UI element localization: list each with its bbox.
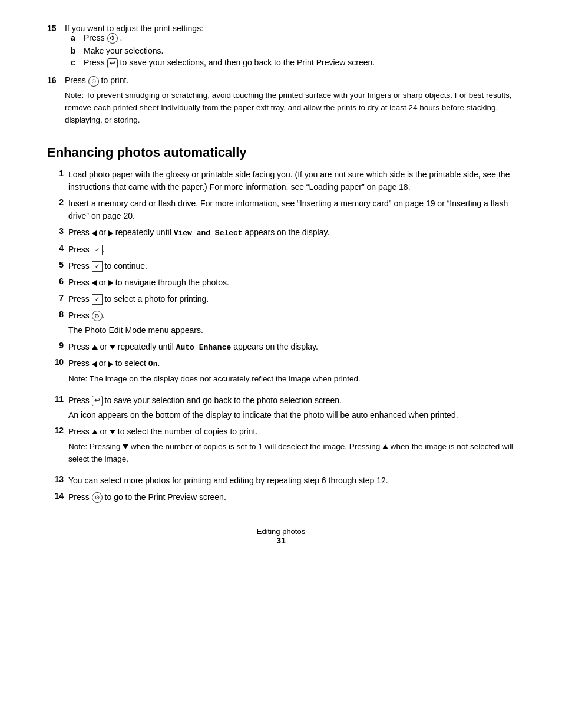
steps-list: 1 Load photo paper with the glossy or pr… bbox=[47, 169, 515, 503]
step-6-body: Press or to navigate through the photos. bbox=[68, 276, 515, 289]
right-arrow-3 bbox=[108, 230, 113, 236]
step-1-body: Load photo paper with the glossy or prin… bbox=[68, 169, 515, 193]
step-16-text: to print. bbox=[101, 75, 129, 85]
step-5-num: 5 bbox=[47, 260, 68, 269]
step-13-body: You can select more photos for printing … bbox=[68, 475, 515, 487]
section-heading: Enhancing photos automatically bbox=[47, 145, 515, 160]
code-view-select: View and Select bbox=[174, 229, 243, 238]
footer-label: Editing photos bbox=[47, 527, 515, 536]
sub-step-a-content: Press ⚙ . bbox=[84, 33, 122, 44]
left-arrow-3 bbox=[92, 230, 97, 236]
note-text-16: To prevent smudging or scratching, avoid… bbox=[65, 91, 511, 124]
press-text-16: Press bbox=[65, 75, 88, 85]
right-arrow-6 bbox=[108, 280, 113, 286]
period-a: . bbox=[120, 33, 123, 42]
step-13-text: You can select more photos for printing … bbox=[68, 475, 515, 487]
step-9-text: Press or repeatedly until Auto Enhance a… bbox=[68, 341, 515, 354]
step-6-num: 6 bbox=[47, 276, 68, 286]
step-10-num: 10 bbox=[47, 357, 68, 367]
up-arrow-12 bbox=[92, 430, 98, 434]
print-icon-14: ⊙ bbox=[92, 492, 103, 503]
step-11: 11 Press ↩ to save your selection and go… bbox=[47, 394, 515, 421]
step-7: 7 Press ✓ to select a photo for printing… bbox=[47, 293, 515, 305]
step-12-body: Press or to select the number of copies … bbox=[68, 426, 515, 470]
step-9-num: 9 bbox=[47, 341, 68, 350]
step-5: 5 Press ✓ to continue. bbox=[47, 260, 515, 272]
step-1: 1 Load photo paper with the glossy or pr… bbox=[47, 169, 515, 193]
up-arrow-note-12 bbox=[382, 444, 388, 449]
up-arrow-9 bbox=[92, 345, 98, 350]
sub-label-c: c bbox=[71, 58, 84, 68]
note-12: Note: Pressing when the number of copies… bbox=[68, 441, 515, 466]
step-8-body: Press ⚙. The Photo Edit Mode menu appear… bbox=[68, 309, 515, 337]
note-label-16: Note: bbox=[65, 91, 84, 100]
step-12-num: 12 bbox=[47, 426, 68, 435]
left-arrow-6 bbox=[92, 280, 97, 286]
down-arrow-9 bbox=[110, 345, 115, 350]
step-3-body: Press or repeatedly until View and Selec… bbox=[68, 226, 515, 239]
sub-step-c: c Press ↩ to save your selections, and t… bbox=[71, 58, 515, 68]
sub-step-c-content: Press ↩ to save your selections, and the… bbox=[84, 58, 375, 68]
step-15-number: 15 bbox=[47, 24, 65, 33]
step-8-num: 8 bbox=[47, 309, 68, 319]
step-9-body: Press or repeatedly until Auto Enhance a… bbox=[68, 341, 515, 354]
step-16: 16 Press ⊙ to print. Note: To prevent sm… bbox=[47, 75, 515, 131]
note-text-10: The image on the display does not accura… bbox=[90, 374, 361, 383]
step-c-text: to save your selections, and then go bac… bbox=[120, 58, 375, 67]
sub-label-a: a bbox=[71, 33, 84, 44]
settings-icon-a: ⚙ bbox=[107, 33, 118, 44]
note-text-12a: Pressing bbox=[90, 442, 123, 451]
step-8-subtext: The Photo Edit Mode menu appears. bbox=[68, 324, 515, 337]
code-auto-enhance: Auto Enhance bbox=[176, 343, 232, 352]
code-on: On bbox=[148, 360, 158, 368]
step-11-num: 11 bbox=[47, 394, 68, 404]
step-5-text: Press ✓ to continue. bbox=[68, 260, 515, 272]
step-6: 6 Press or to navigate through the photo… bbox=[47, 276, 515, 289]
step-2-body: Insert a memory card or flash drive. For… bbox=[68, 197, 515, 222]
step-2-text: Insert a memory card or flash drive. For… bbox=[68, 197, 515, 222]
footer: Editing photos 31 bbox=[47, 527, 515, 545]
step-7-num: 7 bbox=[47, 293, 68, 302]
step-14-text: Press ⊙ to go to the Print Preview scree… bbox=[68, 491, 515, 503]
step-14-num: 14 bbox=[47, 491, 68, 500]
step-3-num: 3 bbox=[47, 226, 68, 236]
settings-icon-8: ⚙ bbox=[92, 311, 103, 321]
print-icon-16: ⊙ bbox=[88, 76, 99, 87]
press-text-a: Press bbox=[84, 33, 107, 42]
step-12: 12 Press or to select the number of copi… bbox=[47, 426, 515, 470]
down-arrow-note-12 bbox=[123, 444, 128, 449]
step-16-number: 16 bbox=[47, 75, 65, 85]
step-14-body: Press ⊙ to go to the Print Preview scree… bbox=[68, 491, 515, 503]
step-13: 13 You can select more photos for printi… bbox=[47, 475, 515, 487]
step-2-num: 2 bbox=[47, 197, 68, 207]
step-7-body: Press ✓ to select a photo for printing. bbox=[68, 293, 515, 305]
left-arrow-10 bbox=[92, 361, 97, 367]
sub-label-b: b bbox=[71, 46, 84, 55]
checkmark-icon-4: ✓ bbox=[92, 245, 103, 255]
note-16: Note: To prevent smudging or scratching,… bbox=[65, 90, 515, 127]
sub-step-b: b Make your selections. bbox=[71, 46, 515, 55]
step-7-text: Press ✓ to select a photo for printing. bbox=[68, 293, 515, 305]
step-4-text: Press ✓. bbox=[68, 243, 515, 256]
step-2: 2 Insert a memory card or flash drive. F… bbox=[47, 197, 515, 222]
step-15-content: If you want to adjust the print settings… bbox=[65, 24, 515, 71]
note-10: Note: The image on the display does not … bbox=[68, 373, 515, 386]
step-8-text: Press ⚙. bbox=[68, 309, 515, 322]
step-3-text: Press or repeatedly until View and Selec… bbox=[68, 226, 515, 239]
note-text-12b: when the number of copies is set to 1 wi… bbox=[128, 442, 382, 451]
back-icon-c: ↩ bbox=[107, 58, 118, 69]
step-8: 8 Press ⚙. The Photo Edit Mode menu appe… bbox=[47, 309, 515, 337]
step-6-text: Press or to navigate through the photos. bbox=[68, 276, 515, 289]
step-16-content: Press ⊙ to print. Note: To prevent smudg… bbox=[65, 75, 515, 131]
step-4: 4 Press ✓. bbox=[47, 243, 515, 256]
checkmark-icon-7: ✓ bbox=[92, 294, 103, 305]
note-label-12: Note: bbox=[68, 442, 87, 451]
step-13-num: 13 bbox=[47, 475, 68, 484]
step-4-body: Press ✓. bbox=[68, 243, 515, 256]
step-10-text: Press or to select On. bbox=[68, 357, 515, 370]
step-11-subtext: An icon appears on the bottom of the dis… bbox=[68, 409, 515, 421]
step-15: 15 If you want to adjust the print setti… bbox=[47, 24, 515, 71]
note-label-10: Note: bbox=[68, 374, 87, 383]
step-10: 10 Press or to select On. Note: The imag… bbox=[47, 357, 515, 390]
footer-page-number: 31 bbox=[47, 536, 515, 545]
